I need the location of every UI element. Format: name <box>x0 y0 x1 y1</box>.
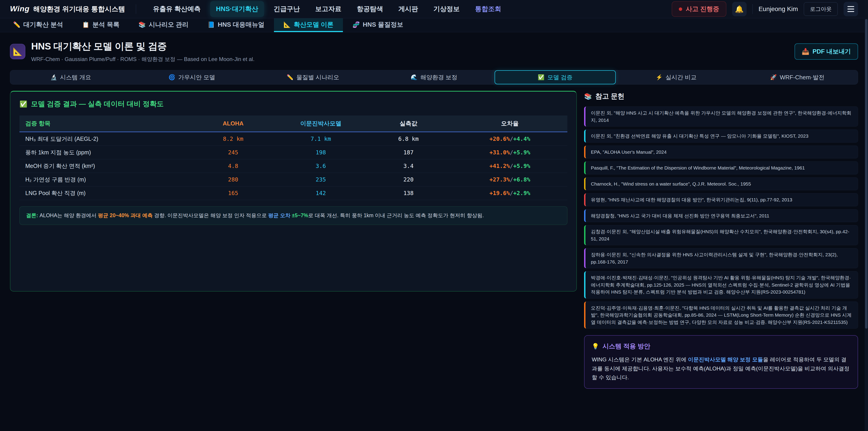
tab-wrf-chem[interactable]: 🚀 WRF-Chem·발전 <box>737 70 858 84</box>
note-highlight-green: ±5~7% <box>290 212 308 218</box>
column-header-item: 검증 항목 <box>20 116 189 132</box>
row-error-values: +19.6%/+2.9% <box>452 186 567 200</box>
row-measured-value: 6.8 km <box>365 132 452 146</box>
check-icon: ✅ <box>20 100 27 108</box>
application-highlight: 이문진박사모델 해양 보정 모듈 <box>688 357 763 363</box>
cyclone-icon: 🌀 <box>168 74 175 81</box>
topnav-right-cluster: 사고 진행중 🔔 Eunjeong Kim 로그아웃 <box>672 1 858 17</box>
column-header-aloha: ALOHA <box>189 116 277 132</box>
subnav-item-analysis-list[interactable]: 📋 분석 목록 <box>72 18 129 32</box>
references-title-text: 참고 문헌 <box>595 92 624 101</box>
menu-button[interactable] <box>844 2 858 16</box>
clipboard-icon: 📋 <box>82 21 89 28</box>
row-item: LNG Pool 확산 직경 (m) <box>20 186 189 200</box>
row-error-values: +20.6%/+4.4% <box>452 132 567 146</box>
app-logo: Wing <box>10 4 30 13</box>
row-item: H₂ 가연성 구름 반경 (m) <box>20 173 189 186</box>
vertical-divider <box>752 4 753 14</box>
lightning-icon: ⚡ <box>656 74 662 81</box>
nav-item-hns-atmos[interactable]: HNS·대기확산 <box>210 1 264 17</box>
download-tray-icon: 📥 <box>802 48 809 55</box>
tab-gaussian-model[interactable]: 🌀 가우시안 모델 <box>131 70 252 84</box>
row-lee-value: 7.1 km <box>277 132 365 146</box>
error-separator: / <box>510 163 513 169</box>
table-row: 풍하 1km 지점 농도 (ppm) 245 198 187 +31.0%/+5… <box>20 146 567 159</box>
status-badge-label: 사고 진행중 <box>686 5 719 13</box>
pen-icon: ✏️ <box>13 21 20 28</box>
reference-item: 김창겸·이문진 외, "해양산업시설 배출 위험유해물질(HNS)의 해양확산 … <box>584 225 858 245</box>
subnav-item-hns-manual[interactable]: 📘 HNS 대응매뉴얼 <box>198 18 274 32</box>
reference-item: EPA, "ALOHA User's Manual", 2024 <box>584 146 858 159</box>
page-header-text: HNS 대기확산 모델 이론 및 검증 WRF-Chem · Gaussian … <box>31 40 254 63</box>
nav-item-integrated-search[interactable]: 통합조회 <box>469 1 507 17</box>
brand: Wing 해양환경 위기대응 통합시스템 <box>10 4 125 14</box>
reference-item: 장하용·이문진 외, "신속한 의사결정을 위한 HNS 사고이력관리시스템 설… <box>584 248 858 268</box>
row-aloha-value: 280 <box>189 173 277 186</box>
subnav-item-scenario-mgmt[interactable]: 📚 시나리오 관리 <box>129 18 198 32</box>
error-lee: +6.8% <box>513 176 530 183</box>
tab-substance-scenarios[interactable]: ✏️ 물질별 시나리오 <box>252 70 373 84</box>
tab-system-overview[interactable]: 🔬 시스템 개요 <box>10 70 131 84</box>
application-title-text: 시스템 적용 방안 <box>602 342 650 350</box>
app-title: 해양환경 위기대응 통합시스템 <box>33 4 125 14</box>
logout-button[interactable]: 로그아웃 <box>804 2 838 16</box>
row-item: NH₃ 최대 도달거리 (AEGL-2) <box>20 132 189 146</box>
triangle-ruler-icon: 📐 <box>13 47 22 56</box>
page-icon-badge: 📐 <box>10 44 25 59</box>
tab-label: 해양환경 보정 <box>421 73 457 81</box>
nav-item-reports[interactable]: 보고자료 <box>309 1 347 17</box>
pdf-export-button[interactable]: 📥 PDF 내보내기 <box>795 43 858 60</box>
page-subtitle: WRF-Chem · Gaussian Plume/Puff · ROMS · … <box>31 56 254 63</box>
check-icon: ✅ <box>538 74 545 81</box>
notifications-button[interactable]: 🔔 <box>732 2 747 16</box>
nav-item-weather[interactable]: 기상정보 <box>428 1 465 17</box>
error-separator: / <box>510 149 513 156</box>
top-navigation: Wing 해양환경 위기대응 통합시스템 유출유 확산예측 HNS·대기확산 긴… <box>0 0 868 18</box>
rocket-icon: 🚀 <box>770 74 777 81</box>
reference-item: 오진덕·김주영·이득재·김용명·최훈·이문진, "다항목 HNS 데이터의 실시… <box>584 302 858 329</box>
nav-item-emergency-rescue[interactable]: 긴급구난 <box>268 1 306 17</box>
table-row: H₂ 가연성 구름 반경 (m) 280 235 220 +27.3%/+6.8… <box>20 173 567 186</box>
error-aloha: +31.0% <box>489 149 510 156</box>
tab-label: 가우시안 모델 <box>178 73 215 81</box>
reference-item: 유영현, "HNS 재난사고에 대한 해양경찰의 대응 방안", 한국위기관리논… <box>584 193 858 206</box>
subnav-item-atmos-analysis[interactable]: ✏️ 대기확산 분석 <box>4 18 72 32</box>
nav-item-board[interactable]: 게시판 <box>393 1 424 17</box>
application-text: WING 시스템은 기본 ALOHA 엔진 위에 <box>592 357 688 363</box>
row-aloha-value: 4.8 <box>189 159 277 173</box>
row-error-values: +27.3%/+6.8% <box>452 173 567 186</box>
subnav-item-hns-substance[interactable]: 🧬 HNS 물질정보 <box>343 18 412 32</box>
subnav-label: 시나리오 관리 <box>149 20 188 29</box>
wave-icon: 🌊 <box>411 74 417 81</box>
note-label: 결론: <box>26 212 38 218</box>
subnav-label: 대기확산 분석 <box>23 20 63 29</box>
system-application-card: 💡 시스템 적용 방안 WING 시스템은 기본 ALOHA 엔진 위에 이문진… <box>584 335 858 389</box>
reference-item: 이문진 외, "해양 HNS 사고 시 대기확산 예측을 위한 가우시안 모델의… <box>584 106 858 127</box>
tab-marine-correction[interactable]: 🌊 해양환경 보정 <box>373 70 495 84</box>
reference-item: 박경애·이진호·박재진·김태성·이문진, "인공위성 원격탐사 기반 AI 활용… <box>584 271 858 299</box>
subnav-label: HNS 대응매뉴얼 <box>218 20 265 29</box>
column-header-error: 오차율 <box>452 116 567 132</box>
scrollbar-thumb[interactable] <box>865 19 868 329</box>
error-aloha: +20.6% <box>489 135 510 142</box>
hamburger-icon <box>847 6 854 12</box>
row-error-values: +31.0%/+5.9% <box>452 146 567 159</box>
tab-model-validation[interactable]: ✅ 모델 검증 <box>495 70 616 84</box>
tab-label: 모델 검증 <box>548 73 572 81</box>
validation-title: ✅ 모델 검증 결과 — 실측 데이터 대비 정확도 <box>20 99 567 109</box>
nav-item-oil-spill[interactable]: 유출유 확산예측 <box>147 1 206 17</box>
page-scrollbar[interactable] <box>865 0 868 431</box>
error-separator: / <box>510 135 513 142</box>
model-validation-card: ✅ 모델 검증 결과 — 실측 데이터 대비 정확도 검증 항목 ALOHA 이… <box>10 91 577 291</box>
row-measured-value: 220 <box>365 173 452 186</box>
validation-title-text: 모델 검증 결과 — 실측 데이터 대비 정확도 <box>31 99 164 109</box>
tab-realtime-comparison[interactable]: ⚡ 실시간 비교 <box>616 70 737 84</box>
nav-item-aerial-search[interactable]: 항공탐색 <box>351 1 389 17</box>
row-item: 풍하 1km 지점 농도 (ppm) <box>20 146 189 159</box>
error-aloha: +27.3% <box>489 176 510 183</box>
subnav-item-model-theory[interactable]: 📐 확산모델 이론 <box>274 18 343 32</box>
note-highlight-orange: 평균 20~40% 과대 예측 <box>98 212 153 218</box>
error-separator: / <box>510 176 513 183</box>
validation-table: 검증 항목 ALOHA 이문진박사모델 실측값 오차율 NH₃ 최대 도달거리 … <box>20 116 567 200</box>
sub-navigation: ✏️ 대기확산 분석 📋 분석 목록 📚 시나리오 관리 📘 HNS 대응매뉴얼… <box>0 18 868 32</box>
